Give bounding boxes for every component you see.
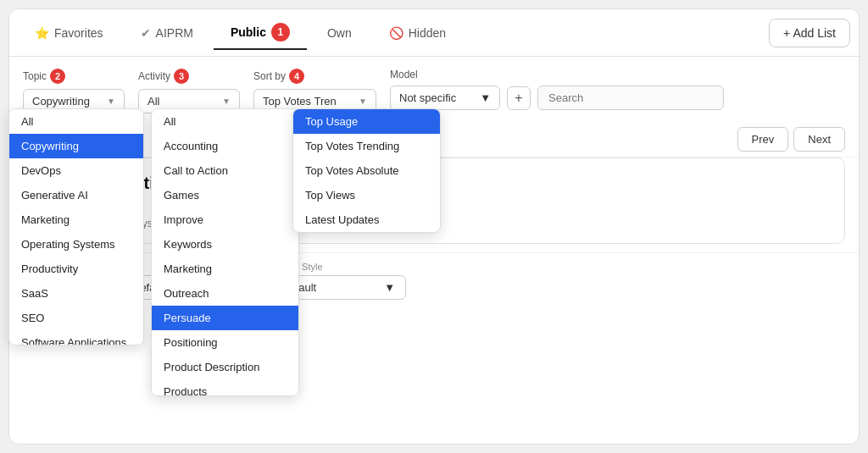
tab-own-label: Own [327,26,352,40]
star-icon: ⭐ [35,26,49,40]
tab-favorites[interactable]: ⭐ Favorites [18,19,120,47]
tab-hidden-label: Hidden [409,26,446,40]
sort-label: Sort by 4 [253,69,376,84]
model-label: Model [390,69,724,80]
sort-option-latest-updates[interactable]: Latest Updates [293,207,440,232]
tab-hidden[interactable]: 🚫 Hidden [372,19,463,47]
check-icon: ✔ [141,26,151,40]
topic-option-saas[interactable]: SaaS [9,281,143,306]
activity-option-accounting[interactable]: Accounting [152,134,298,158]
plus-button[interactable]: + [507,86,531,110]
activity-label: Activity 3 [138,69,240,84]
sort-option-top-usage[interactable]: Top Usage [293,109,440,134]
sort-option-top-votes-absolute[interactable]: Top Votes Absolute [293,158,440,183]
tab-aiprm-label: AIPRM [156,26,193,40]
activity-option-call-to-action[interactable]: Call to Action [152,158,298,183]
sort-chevron-icon: ▼ [359,97,367,106]
activity-option-marketing[interactable]: Marketing [152,257,298,281]
topic-chevron-icon: ▼ [107,97,115,106]
search-input[interactable] [537,86,724,110]
sort-option-top-views[interactable]: Top Views [293,183,440,207]
tab-own[interactable]: Own [310,19,369,47]
activity-option-positioning[interactable]: Positioning [152,330,298,355]
tab-aiprm[interactable]: ✔ AIPRM [124,19,210,47]
topic-option-devops[interactable]: DevOps [9,158,143,183]
sort-badge: 4 [289,69,304,84]
sort-filter-group: Sort by 4 Top Votes Tren ▼ [253,69,376,113]
topic-option-generative-ai[interactable]: Generative AI [9,183,143,207]
model-selected-value: Not specific [399,91,456,104]
activity-filter-group: Activity 3 All ▼ [138,69,240,113]
activity-chevron-icon: ▼ [222,97,231,106]
prev-button[interactable]: Prev [737,127,789,152]
model-filter-group: Model Not specific ▼ + [390,69,724,110]
prev-next-buttons: Prev Next [737,127,845,152]
topic-badge: 2 [50,69,65,84]
topic-option-marketing[interactable]: Marketing [9,207,143,232]
sort-dropdown: Top Usage Top Votes Trending Top Votes A… [292,108,441,233]
sort-selected-value: Top Votes Tren [263,95,337,108]
activity-option-outreach[interactable]: Outreach [152,281,298,306]
topic-option-copywriting[interactable]: Copywriting [9,134,143,158]
activity-option-all[interactable]: All [152,109,298,134]
writing-style-chevron-icon: ▼ [384,281,395,294]
next-button[interactable]: Next [793,127,845,152]
activity-selected-value: All [147,95,159,108]
activity-option-persuade[interactable]: Persuade [152,306,298,330]
activity-option-improve[interactable]: Improve [152,207,298,232]
activity-option-games[interactable]: Games [152,183,298,207]
public-badge: 1 [271,23,290,41]
activity-option-product-description[interactable]: Product Description [152,355,298,379]
topic-option-all[interactable]: All [9,109,143,134]
topic-option-seo[interactable]: SEO [9,306,143,330]
topic-selected-value: Copywriting [32,95,90,108]
eye-slash-icon: 🚫 [389,26,403,40]
add-list-label: + Add List [783,26,836,40]
activity-option-products[interactable]: Products [152,379,298,396]
topic-label: Topic 2 [23,69,125,84]
activity-option-keywords[interactable]: Keywords [152,232,298,257]
nav-tabs: ⭐ Favorites ✔ AIPRM Public 1 Own 🚫 Hidde… [9,9,859,57]
tab-public-label: Public [231,25,266,39]
model-row: Not specific ▼ + [390,86,724,110]
model-select[interactable]: Not specific ▼ [390,86,500,110]
topic-option-productivity[interactable]: Productivity [9,257,143,281]
topic-dropdown: All Copywriting DevOps Generative AI Mar… [8,108,144,345]
activity-dropdown: All Accounting Call to Action Games Impr… [151,108,299,396]
topic-option-software-applications[interactable]: Software Applications [9,330,143,345]
add-list-button[interactable]: + Add List [769,19,850,47]
activity-badge: 3 [174,69,189,84]
topic-option-operating-systems[interactable]: Operating Systems [9,232,143,257]
tab-public[interactable]: Public 1 [214,16,307,50]
sort-option-top-votes-trending[interactable]: Top Votes Trending [293,134,440,158]
model-chevron-icon: ▼ [480,91,491,104]
tab-favorites-label: Favorites [54,26,103,40]
topic-filter-group: Topic 2 Copywriting ▼ [23,69,125,113]
